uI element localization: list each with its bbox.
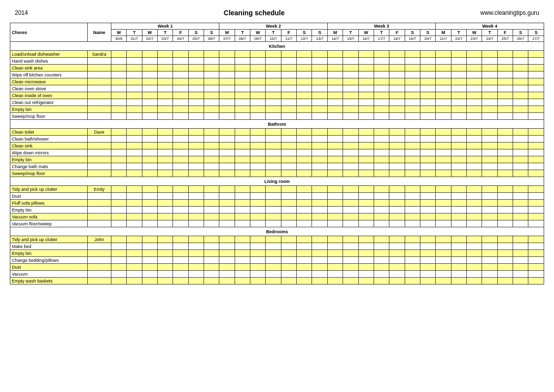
day-cell-0-9-3[interactable] [158, 113, 173, 120]
day-cell-1-3-15[interactable] [343, 149, 358, 156]
day-cell-1-2-4[interactable] [173, 143, 188, 149]
day-cell-0-1-27[interactable] [528, 58, 544, 65]
day-cell-1-6-4[interactable] [173, 170, 188, 177]
day-cell-3-3-6[interactable] [204, 257, 219, 264]
day-cell-1-6-13[interactable] [312, 170, 327, 177]
day-cell-1-1-6[interactable] [204, 136, 219, 143]
day-cell-2-1-23[interactable] [466, 193, 482, 200]
day-cell-3-6-19[interactable] [405, 278, 420, 285]
day-cell-3-0-21[interactable] [436, 236, 451, 243]
day-cell-0-7-2[interactable] [142, 99, 157, 106]
day-cell-0-4-9[interactable] [250, 78, 266, 85]
day-cell-0-7-17[interactable] [374, 99, 389, 106]
day-cell-1-0-16[interactable] [358, 129, 374, 136]
day-cell-1-6-0[interactable] [111, 170, 126, 177]
day-cell-3-5-8[interactable] [235, 271, 250, 278]
day-cell-3-6-6[interactable] [204, 278, 219, 285]
day-cell-0-5-24[interactable] [482, 85, 497, 92]
day-cell-0-1-12[interactable] [297, 58, 312, 65]
day-cell-3-5-17[interactable] [374, 271, 389, 278]
day-cell-1-3-17[interactable] [374, 149, 389, 156]
day-cell-2-3-13[interactable] [312, 207, 327, 214]
day-cell-0-7-21[interactable] [436, 99, 451, 106]
day-cell-1-4-17[interactable] [374, 156, 389, 163]
day-cell-1-0-14[interactable] [327, 129, 343, 136]
day-cell-1-5-0[interactable] [111, 163, 126, 170]
day-cell-3-3-9[interactable] [250, 257, 266, 264]
day-cell-0-8-15[interactable] [343, 106, 358, 113]
day-cell-1-2-6[interactable] [204, 143, 219, 149]
day-cell-0-5-10[interactable] [266, 85, 281, 92]
day-cell-1-2-5[interactable] [188, 143, 204, 149]
day-cell-1-5-21[interactable] [436, 163, 451, 170]
day-cell-1-0-7[interactable] [219, 129, 235, 136]
day-cell-2-2-6[interactable] [204, 200, 219, 207]
day-cell-3-4-16[interactable] [358, 264, 374, 271]
day-cell-2-3-15[interactable] [343, 207, 358, 214]
day-cell-3-3-11[interactable] [281, 257, 296, 264]
day-cell-0-1-2[interactable] [142, 58, 157, 65]
day-cell-3-6-1[interactable] [127, 278, 142, 285]
day-cell-0-9-14[interactable] [327, 113, 343, 120]
day-cell-0-6-17[interactable] [374, 92, 389, 99]
day-cell-0-3-19[interactable] [405, 71, 420, 78]
day-cell-3-1-17[interactable] [374, 243, 389, 250]
day-cell-1-4-4[interactable] [173, 156, 188, 163]
day-cell-2-1-9[interactable] [250, 193, 266, 200]
day-cell-1-3-7[interactable] [219, 149, 235, 156]
day-cell-0-3-5[interactable] [188, 71, 204, 78]
day-cell-2-0-0[interactable] [111, 186, 126, 193]
day-cell-2-2-1[interactable] [127, 200, 142, 207]
day-cell-0-1-1[interactable] [127, 58, 142, 65]
day-cell-0-2-13[interactable] [312, 65, 327, 71]
day-cell-1-5-3[interactable] [158, 163, 173, 170]
day-cell-2-2-21[interactable] [436, 200, 451, 207]
day-cell-0-5-2[interactable] [142, 85, 157, 92]
day-cell-3-4-27[interactable] [528, 264, 544, 271]
day-cell-0-6-8[interactable] [235, 92, 250, 99]
day-cell-0-1-0[interactable] [111, 58, 126, 65]
day-cell-2-5-22[interactable] [451, 220, 466, 227]
day-cell-0-9-25[interactable] [497, 113, 513, 120]
day-cell-2-4-24[interactable] [482, 214, 497, 220]
day-cell-2-4-8[interactable] [235, 214, 250, 220]
day-cell-1-5-8[interactable] [235, 163, 250, 170]
day-cell-2-0-17[interactable] [374, 186, 389, 193]
day-cell-0-3-24[interactable] [482, 71, 497, 78]
day-cell-1-2-0[interactable] [111, 143, 126, 149]
day-cell-0-9-9[interactable] [250, 113, 266, 120]
day-cell-0-7-11[interactable] [281, 99, 296, 106]
day-cell-1-4-8[interactable] [235, 156, 250, 163]
day-cell-1-2-27[interactable] [528, 143, 544, 149]
day-cell-2-2-16[interactable] [358, 200, 374, 207]
day-cell-2-0-14[interactable] [327, 186, 343, 193]
day-cell-0-5-8[interactable] [235, 85, 250, 92]
day-cell-0-0-8[interactable] [235, 51, 250, 58]
day-cell-1-2-12[interactable] [297, 143, 312, 149]
day-cell-1-0-25[interactable] [497, 129, 513, 136]
day-cell-3-2-16[interactable] [358, 250, 374, 257]
day-cell-0-6-6[interactable] [204, 92, 219, 99]
day-cell-1-1-10[interactable] [266, 136, 281, 143]
day-cell-3-4-26[interactable] [513, 264, 528, 271]
day-cell-3-1-7[interactable] [219, 243, 235, 250]
day-cell-0-2-22[interactable] [451, 65, 466, 71]
day-cell-2-2-13[interactable] [312, 200, 327, 207]
day-cell-2-3-27[interactable] [528, 207, 544, 214]
day-cell-0-3-7[interactable] [219, 71, 235, 78]
day-cell-3-0-11[interactable] [281, 236, 296, 243]
day-cell-3-2-10[interactable] [266, 250, 281, 257]
day-cell-1-3-24[interactable] [482, 149, 497, 156]
day-cell-1-0-5[interactable] [188, 129, 204, 136]
day-cell-0-8-12[interactable] [297, 106, 312, 113]
day-cell-2-1-12[interactable] [297, 193, 312, 200]
day-cell-0-9-26[interactable] [513, 113, 528, 120]
day-cell-0-2-9[interactable] [250, 65, 266, 71]
day-cell-1-3-9[interactable] [250, 149, 266, 156]
day-cell-0-6-15[interactable] [343, 92, 358, 99]
day-cell-3-5-1[interactable] [127, 271, 142, 278]
day-cell-2-0-1[interactable] [127, 186, 142, 193]
day-cell-0-6-24[interactable] [482, 92, 497, 99]
day-cell-3-2-24[interactable] [482, 250, 497, 257]
day-cell-0-6-1[interactable] [127, 92, 142, 99]
